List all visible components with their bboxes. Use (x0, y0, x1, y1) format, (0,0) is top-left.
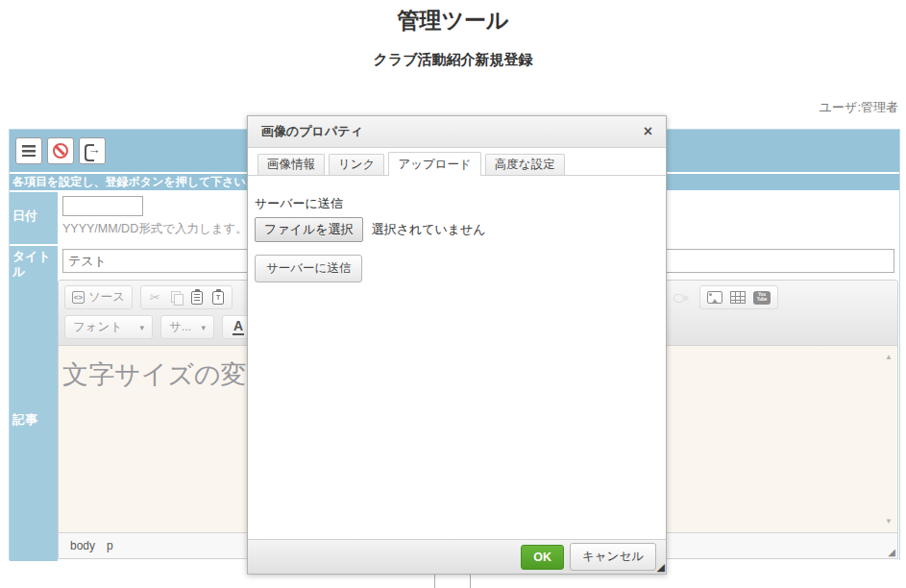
menu-icon (22, 145, 36, 157)
paste-text-icon: T (212, 291, 224, 305)
article-label: 記事 (10, 280, 58, 561)
file-status-text: 選択されていません (372, 221, 486, 238)
path-element-body[interactable]: body (70, 539, 95, 552)
insert-image-button[interactable] (703, 287, 726, 308)
source-icon: <> (72, 291, 85, 304)
logout-button[interactable] (79, 137, 106, 164)
image-properties-dialog: 画像のプロパティ × 画像情報 リンク アップロード 高度な設定 サーバーに送信… (247, 115, 667, 575)
tab-advanced[interactable]: 高度な設定 (485, 154, 565, 175)
unlink-icon (673, 292, 689, 304)
close-icon[interactable]: × (644, 124, 652, 139)
tab-link[interactable]: リンク (329, 154, 384, 175)
dialog-footer: OK キャンセル ◢ (248, 539, 666, 574)
paste-button[interactable] (186, 287, 208, 308)
dialog-title: 画像のプロパティ (261, 123, 363, 140)
insert-table-button[interactable] (726, 287, 749, 308)
choose-file-button[interactable]: ファイルを選択 (255, 217, 363, 242)
dialog-titlebar[interactable]: 画像のプロパティ × (248, 116, 666, 148)
scroll-up-arrow-icon[interactable]: ▲ (885, 353, 893, 361)
menu-button[interactable] (15, 137, 42, 164)
chevron-down-icon: ▾ (201, 323, 206, 332)
youtube-icon: You Tube (753, 291, 771, 305)
date-label: 日付 (10, 192, 58, 244)
cut-icon: ✂ (150, 290, 160, 305)
ok-button[interactable]: OK (521, 545, 564, 570)
logout-icon (85, 144, 101, 158)
font-size-dropdown[interactable]: サ... ▾ (160, 315, 214, 339)
submit-button-partial[interactable] (434, 574, 471, 588)
paste-icon (191, 291, 203, 305)
dialog-tabs: 画像情報 リンク アップロード 高度な設定 (248, 148, 666, 176)
send-to-server-button[interactable]: サーバーに送信 (255, 255, 362, 282)
block-icon (53, 143, 68, 159)
dialog-body: サーバーに送信 ファイルを選択 選択されていません サーバーに送信 (248, 176, 666, 539)
image-icon (707, 291, 722, 304)
cut-button[interactable]: ✂ (144, 287, 165, 308)
copy-button[interactable] (165, 287, 186, 308)
table-icon (730, 291, 746, 304)
editor-resize-handle-icon[interactable]: ◢ (888, 547, 895, 557)
copy-icon (171, 291, 182, 304)
date-input[interactable] (62, 196, 143, 216)
chevron-down-icon: ▾ (139, 323, 144, 332)
cancel-button[interactable]: キャンセル (570, 543, 656, 571)
insert-youtube-button[interactable]: You Tube (749, 287, 774, 308)
path-element-p[interactable]: p (107, 539, 113, 552)
text-color-icon: A (233, 319, 244, 335)
send-to-server-label: サーバーに送信 (255, 195, 659, 212)
tab-upload[interactable]: アップロード (388, 152, 480, 176)
page-title: 管理ツール (0, 6, 906, 36)
unlink-button[interactable] (670, 287, 693, 308)
tab-image-info[interactable]: 画像情報 (257, 154, 325, 175)
dialog-resize-handle-icon[interactable]: ◢ (657, 561, 665, 574)
source-button[interactable]: <> ソース (68, 287, 129, 308)
title-label: タイトル (10, 246, 58, 284)
page-subtitle: クラブ活動紹介新規登録 (0, 51, 906, 69)
paste-text-button[interactable]: T (208, 287, 229, 308)
scroll-down-arrow-icon[interactable]: ▼ (885, 517, 893, 526)
font-dropdown[interactable]: フォント ▾ (64, 315, 153, 339)
block-button[interactable] (47, 137, 74, 164)
user-label: ユーザ:管理者 (820, 99, 898, 116)
